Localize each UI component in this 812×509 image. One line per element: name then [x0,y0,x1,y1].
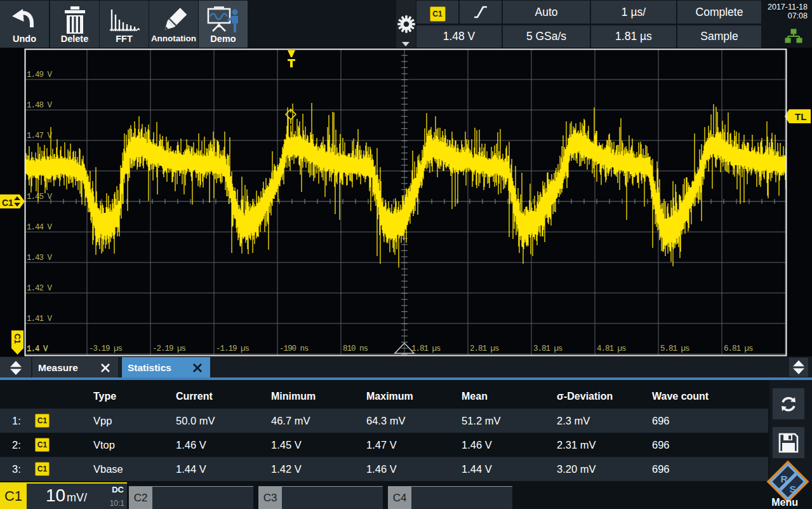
svg-text:1.44 V: 1.44 V [27,223,53,232]
svg-text:-2.19 µs: -2.19 µs [152,344,186,353]
svg-text:1.4 V: 1.4 V [27,344,48,353]
svg-text:1.49 V: 1.49 V [27,71,53,79]
svg-text:1.43 V: 1.43 V [27,254,53,262]
svg-text:810 ns: 810 ns [343,344,368,353]
svg-text:2.81 µs: 2.81 µs [470,344,499,353]
svg-text:1.81 µs: 1.81 µs [411,344,441,353]
svg-text:-190 ns: -190 ns [279,344,309,353]
svg-text:4.81 µs: 4.81 µs [597,344,626,353]
svg-text:5.81 µs: 5.81 µs [660,344,689,353]
svg-text:3.81 µs: 3.81 µs [533,344,562,353]
svg-text:1.45 V: 1.45 V [27,193,53,201]
svg-text:C1: C1 [13,334,22,344]
svg-text:-1.19 µs: -1.19 µs [216,344,250,353]
svg-text:6.81 µs: 6.81 µs [724,344,753,353]
svg-text:1.41 V: 1.41 V [27,315,53,323]
svg-text:C1: C1 [2,198,13,208]
svg-text:S: S [790,484,796,494]
svg-text:TL: TL [795,111,806,122]
svg-text:1.47 V: 1.47 V [27,132,53,140]
svg-text:1.42 V: 1.42 V [27,284,53,293]
svg-text:-3.19 µs: -3.19 µs [89,344,123,353]
svg-text:R: R [781,473,788,484]
svg-text:1.48 V: 1.48 V [27,101,53,110]
